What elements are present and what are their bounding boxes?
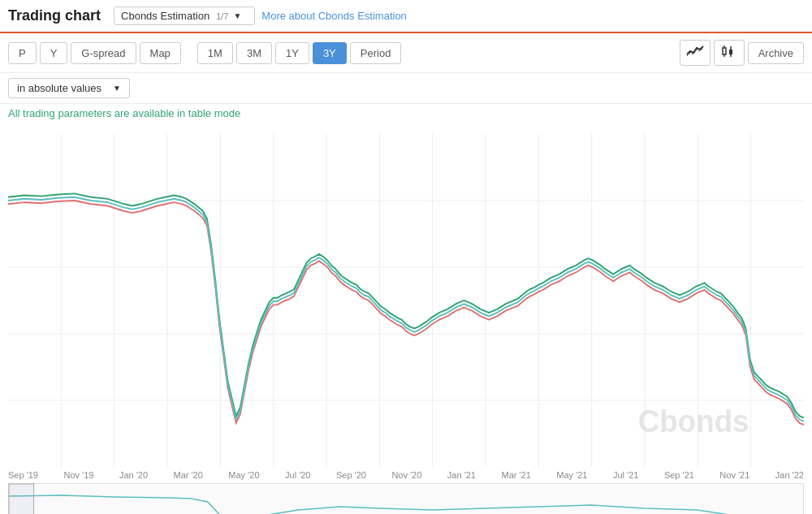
x-label-14: Jan '22 bbox=[775, 470, 804, 480]
tab-period[interactable]: Period bbox=[350, 42, 402, 64]
chevron-down-icon: ▼ bbox=[113, 84, 121, 93]
tab-1m[interactable]: 1M bbox=[197, 42, 233, 64]
archive-button[interactable]: Archive bbox=[748, 42, 804, 64]
x-label-6: Sep '20 bbox=[336, 470, 366, 480]
x-label-3: Mar '20 bbox=[174, 470, 203, 480]
sub-toolbar: in absolute values ▼ bbox=[0, 73, 812, 104]
main-chart-container: Cbonds bbox=[0, 126, 812, 467]
x-label-2: Jan '20 bbox=[119, 470, 148, 480]
x-label-0: Sep '19 bbox=[8, 470, 38, 480]
line-chart-icon bbox=[687, 45, 703, 58]
main-chart-svg: Cbonds bbox=[8, 134, 804, 467]
svg-rect-3 bbox=[729, 50, 732, 54]
more-info-link[interactable]: More about Cbonds Estimation bbox=[261, 10, 406, 22]
chevron-down-icon: ▼ bbox=[233, 11, 241, 20]
x-label-1: Nov '19 bbox=[63, 470, 93, 480]
estimation-page: 1/7 bbox=[216, 11, 228, 21]
page-title: Trading chart bbox=[8, 7, 101, 24]
main-toolbar: P Y G-spread Map 1M 3M 1Y 3Y Period Arch… bbox=[0, 33, 812, 73]
x-label-5: Jul '20 bbox=[285, 470, 310, 480]
x-label-11: Jul '21 bbox=[613, 470, 638, 480]
candle-chart-button[interactable] bbox=[714, 40, 745, 66]
dropdown-label: in absolute values bbox=[17, 82, 102, 94]
x-label-10: May '21 bbox=[556, 470, 587, 480]
tab-g-spread[interactable]: G-spread bbox=[71, 42, 136, 64]
mini-chart-container bbox=[8, 483, 804, 514]
x-label-7: Nov '20 bbox=[391, 470, 421, 480]
tab-y[interactable]: Y bbox=[40, 42, 68, 64]
tab-1y[interactable]: 1Y bbox=[275, 42, 309, 64]
x-label-4: May '20 bbox=[228, 470, 259, 480]
x-label-9: Mar '21 bbox=[501, 470, 530, 480]
x-label-13: Nov '21 bbox=[719, 470, 749, 480]
mini-chart-svg bbox=[9, 484, 803, 514]
svg-rect-25 bbox=[9, 484, 34, 514]
tab-3y[interactable]: 3Y bbox=[313, 42, 347, 64]
value-type-dropdown[interactable]: in absolute values ▼ bbox=[8, 78, 130, 98]
x-axis: Sep '19 Nov '19 Jan '20 Mar '20 May '20 … bbox=[0, 467, 812, 483]
line-chart-button[interactable] bbox=[680, 40, 710, 66]
info-text[interactable]: All trading parameters are available in … bbox=[0, 104, 812, 126]
x-label-12: Sep '21 bbox=[664, 470, 694, 480]
estimation-label: Cbonds Estimation bbox=[121, 10, 209, 22]
main-chart-area: Cbonds bbox=[8, 134, 804, 467]
candle-chart-icon bbox=[721, 45, 737, 58]
tab-map[interactable]: Map bbox=[140, 42, 181, 64]
svg-rect-0 bbox=[723, 48, 726, 54]
tab-3m[interactable]: 3M bbox=[236, 42, 272, 64]
estimation-selector[interactable]: Cbonds Estimation 1/7 ▼ bbox=[114, 6, 255, 25]
tab-p[interactable]: P bbox=[8, 42, 37, 64]
x-label-8: Jan '21 bbox=[447, 470, 476, 480]
page-header: Trading chart Cbonds Estimation 1/7 ▼ Mo… bbox=[0, 0, 812, 33]
watermark-text: Cbonds bbox=[638, 404, 749, 438]
